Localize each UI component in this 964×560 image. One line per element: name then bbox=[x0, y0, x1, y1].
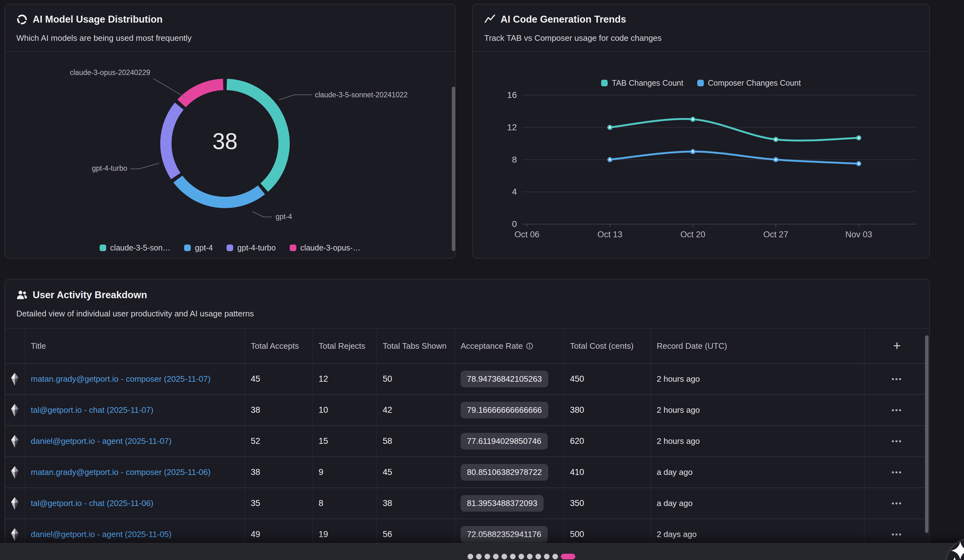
row-date-cell: a day ago bbox=[651, 457, 865, 487]
row-accepts-value: 49 bbox=[251, 529, 260, 539]
x-axis-label-Oct 27: Oct 27 bbox=[763, 230, 788, 239]
page-dot-2[interactable] bbox=[476, 554, 482, 559]
page-dot-12[interactable] bbox=[561, 554, 575, 559]
row-tabs-value: 45 bbox=[383, 467, 392, 477]
row-accepts-cell: 45 bbox=[245, 364, 313, 394]
donut-total-value: 38 bbox=[178, 128, 272, 154]
donut-segment-gpt-4-turbo[interactable] bbox=[166, 106, 179, 176]
row-actions-button[interactable]: ••• bbox=[865, 457, 929, 487]
table-row[interactable]: matan.grady@getport.io - composer (2025-… bbox=[5, 364, 929, 395]
column-header-label: Record Date (UTC) bbox=[657, 341, 727, 351]
table-row[interactable]: tal@getport.io - chat (2025-11-06)358388… bbox=[5, 488, 929, 519]
row-title-link[interactable]: daniel@getport.io - agent (2025-11-05) bbox=[31, 529, 171, 539]
legend-swatch bbox=[226, 245, 233, 251]
row-rate-cell: 77.61194029850746 bbox=[455, 426, 564, 456]
legend-item-gpt-4[interactable]: gpt-4 bbox=[184, 243, 213, 252]
donut-label-gpt-4-turbo: gpt-4-turbo bbox=[92, 164, 127, 173]
add-column-button[interactable]: + bbox=[865, 329, 929, 363]
legend-label: gpt-4-turbo bbox=[237, 243, 275, 252]
row-tabs-value: 56 bbox=[383, 529, 392, 539]
table-scrollbar[interactable] bbox=[925, 335, 928, 533]
row-title-link[interactable]: tal@getport.io - chat (2025-11-06) bbox=[31, 498, 153, 508]
page-dot-6[interactable] bbox=[510, 554, 516, 559]
page-dot-5[interactable] bbox=[502, 554, 507, 559]
entity-gem-icon bbox=[9, 403, 20, 417]
acceptance-rate-badge: 81.3953488372093 bbox=[461, 495, 544, 512]
row-tabs-value: 42 bbox=[383, 405, 392, 415]
row-accepts-value: 38 bbox=[251, 405, 260, 415]
row-actions-button[interactable]: ••• bbox=[865, 364, 929, 394]
page-dot-7[interactable] bbox=[518, 554, 524, 559]
page-dot-1[interactable] bbox=[467, 554, 473, 559]
y-axis-tick-4: 4 bbox=[512, 187, 517, 196]
row-rejects-value: 15 bbox=[319, 436, 328, 446]
table-body: matan.grady@getport.io - composer (2025-… bbox=[5, 364, 929, 550]
donut-segment-claude-3-opus-20240229[interactable] bbox=[182, 84, 223, 103]
donut-card-scrollbar[interactable] bbox=[452, 87, 455, 251]
page-dot-10[interactable] bbox=[544, 554, 550, 559]
legend-item-claude-3-5-sonnet-20241022[interactable]: claude-3-5-son… bbox=[99, 243, 171, 252]
row-tabs-cell: 45 bbox=[377, 457, 455, 487]
user-activity-header: User Activity Breakdown Detailed view of… bbox=[5, 279, 929, 329]
row-rejects-value: 12 bbox=[319, 374, 328, 384]
row-tabs-cell: 38 bbox=[377, 488, 455, 519]
acceptance-rate-badge: 78.94736842105263 bbox=[461, 371, 548, 387]
legend-item-claude-3-opus-20240229[interactable]: claude-3-opus-… bbox=[290, 243, 361, 252]
row-actions-button[interactable]: ••• bbox=[865, 488, 929, 519]
row-date-value: 2 hours ago bbox=[657, 374, 700, 384]
column-header-title: Title bbox=[25, 329, 245, 363]
model-usage-card: AI Model Usage Distribution Which AI mod… bbox=[4, 4, 456, 259]
donut-label-claude-3-opus: claude-3-opus-20240229 bbox=[70, 68, 150, 77]
table-row[interactable]: daniel@getport.io - agent (2025-11-07)52… bbox=[5, 426, 929, 457]
page-dot-4[interactable] bbox=[493, 554, 499, 559]
acceptance-rate-badge: 72.05882352941176 bbox=[461, 526, 548, 543]
row-rejects-value: 10 bbox=[319, 405, 328, 415]
row-accepts-value: 35 bbox=[251, 498, 260, 508]
row-accepts-value: 52 bbox=[251, 436, 260, 446]
row-title-link[interactable]: tal@getport.io - chat (2025-11-07) bbox=[31, 405, 153, 415]
row-date-cell: 2 hours ago bbox=[651, 395, 865, 425]
entity-gem-icon bbox=[9, 466, 20, 479]
page-dot-9[interactable] bbox=[536, 554, 541, 559]
row-date-cell: 2 hours ago bbox=[651, 426, 865, 456]
row-title-link[interactable]: matan.grady@getport.io - composer (2025-… bbox=[31, 467, 210, 477]
row-title-link[interactable]: daniel@getport.io - agent (2025-11-07) bbox=[31, 436, 171, 446]
table-row[interactable]: tal@getport.io - chat (2025-11-07)381042… bbox=[5, 395, 929, 426]
row-cost-value: 410 bbox=[570, 467, 584, 477]
pagination-dots bbox=[467, 554, 575, 559]
row-rate-cell: 80.85106382978722 bbox=[455, 457, 564, 487]
row-tabs-value: 50 bbox=[383, 374, 392, 384]
y-axis-tick-16: 16 bbox=[507, 90, 517, 100]
info-icon[interactable] bbox=[526, 342, 533, 350]
y-axis-tick-0: 0 bbox=[512, 219, 517, 229]
user-activity-subtitle: Detailed view of individual user product… bbox=[16, 309, 918, 319]
donut-segment-gpt-4[interactable] bbox=[178, 179, 261, 203]
row-actions-button[interactable]: ••• bbox=[865, 426, 929, 456]
row-rejects-value: 19 bbox=[319, 529, 328, 539]
table-row[interactable]: matan.grady@getport.io - composer (2025-… bbox=[5, 457, 929, 488]
x-axis-label-Oct 13: Oct 13 bbox=[597, 230, 622, 239]
row-rejects-cell: 8 bbox=[313, 488, 377, 519]
row-actions-button[interactable]: ••• bbox=[865, 395, 929, 425]
row-cost-cell: 410 bbox=[564, 457, 651, 487]
row-cost-cell: 350 bbox=[564, 488, 651, 519]
user-activity-title-row: User Activity Breakdown bbox=[16, 289, 918, 301]
row-rejects-value: 9 bbox=[319, 467, 323, 477]
bottom-toolbar bbox=[0, 543, 964, 560]
legend-item-gpt-4-turbo[interactable]: gpt-4-turbo bbox=[226, 243, 275, 252]
page-dot-8[interactable] bbox=[527, 554, 532, 559]
page-dot-11[interactable] bbox=[552, 554, 558, 559]
line-chart: 0481216Oct 06Oct 13Oct 20Oct 27Nov 03 bbox=[473, 4, 930, 259]
legend-swatch bbox=[184, 245, 191, 251]
row-tabs-value: 58 bbox=[383, 436, 392, 446]
row-cost-cell: 620 bbox=[564, 426, 651, 456]
row-rate-cell: 78.94736842105263 bbox=[455, 364, 564, 394]
sparkle-icon-small bbox=[948, 556, 961, 560]
users-icon bbox=[16, 289, 28, 301]
row-title-link[interactable]: matan.grady@getport.io - composer (2025-… bbox=[31, 374, 210, 384]
column-header-tabs: Total Tabs Shown bbox=[377, 329, 455, 363]
row-tabs-cell: 58 bbox=[377, 426, 455, 456]
legend-swatch bbox=[99, 245, 106, 251]
page-dot-3[interactable] bbox=[485, 554, 490, 559]
row-rejects-cell: 15 bbox=[313, 426, 377, 456]
